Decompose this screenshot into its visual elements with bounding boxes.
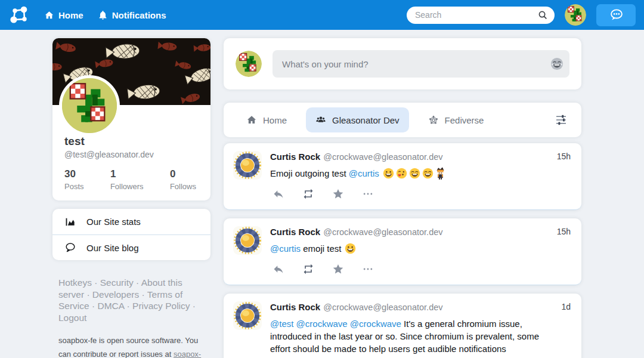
search-icon[interactable] [537, 10, 549, 21]
sidebar-footer: Hotkeys · Security · About this server ·… [52, 270, 210, 358]
nav-notifications-label: Notifications [112, 10, 166, 20]
star-icon [332, 263, 344, 275]
profile-handle: @test@gleasonator.dev [64, 150, 199, 159]
menu-item-label: Our Site blog [86, 243, 139, 253]
more-button[interactable] [362, 188, 374, 200]
post-author-handle: @crockwave@gleasonator.dev [323, 152, 442, 162]
top-navbar: Home Notifications [0, 0, 644, 30]
tab-fediverse[interactable]: Fediverse [419, 107, 494, 132]
favourite-button[interactable] [332, 188, 344, 200]
left-sidebar: test @test@gleasonator.dev 30 Posts 1 Fo… [52, 38, 210, 358]
stat-follows[interactable]: 0 Follows [170, 168, 196, 191]
fediverse-icon [428, 115, 439, 125]
post: Curtis Rock@crockwave@gleasonator.dev Em… [224, 143, 581, 210]
post: Curtis Rock@crockwave@gleasonator.dev @t… [224, 294, 581, 358]
feed: Curtis Rock@crockwave@gleasonator.dev Em… [224, 143, 581, 358]
post-timestamp[interactable]: 15h [557, 152, 571, 161]
current-user-avatar[interactable] [565, 4, 586, 26]
reply-button[interactable] [273, 188, 284, 200]
timeline-settings-button[interactable] [554, 113, 568, 127]
ellipsis-icon [362, 263, 374, 275]
about-text: soapbox-fe is open source software. You … [58, 334, 206, 358]
bell-icon [98, 10, 108, 20]
post-content: Emoji outgoing test @curtis [270, 167, 572, 180]
post-author-name[interactable]: Curtis Rock [270, 152, 320, 162]
repost-button[interactable] [302, 263, 314, 275]
menu-item-site-blog[interactable]: Our Site blog [52, 234, 210, 260]
nav-notifications[interactable]: Notifications [98, 10, 166, 20]
mention-link[interactable]: @crockwave [296, 319, 348, 329]
post-author-handle: @crockwave@gleasonator.dev [323, 303, 442, 312]
footer-link-logout[interactable]: Logout [58, 313, 86, 323]
home-icon [246, 115, 257, 125]
profile-card: test @test@gleasonator.dev 30 Posts 1 Fo… [52, 38, 210, 200]
nav-home[interactable]: Home [44, 10, 83, 20]
profile-avatar[interactable] [59, 75, 120, 136]
chat-icon [608, 8, 624, 23]
area-chart-icon [64, 216, 76, 228]
repost-icon [302, 188, 314, 200]
repost-button[interactable] [302, 188, 314, 200]
post-author-name[interactable]: Curtis Rock [270, 302, 320, 312]
search-box [407, 7, 555, 24]
footer-link-developers[interactable]: Developers [92, 289, 139, 300]
post-author-name[interactable]: Curtis Rock [270, 227, 320, 237]
post-author-avatar[interactable] [233, 151, 262, 180]
emoji [408, 168, 421, 178]
pixel-character-emoji [434, 168, 445, 178]
tab-gleasonator-dev[interactable]: Gleasonator Dev [306, 107, 409, 132]
post-author-avatar[interactable] [233, 301, 262, 330]
chat-button[interactable] [596, 4, 636, 26]
post-actions [270, 263, 572, 275]
emoji [344, 243, 357, 254]
soapbox-logo-icon[interactable] [8, 5, 30, 25]
reply-icon [273, 263, 284, 275]
favourite-button[interactable] [332, 263, 344, 275]
search-input[interactable] [407, 7, 555, 24]
mention-link[interactable]: @test [270, 319, 293, 329]
post-timestamp[interactable]: 1d [561, 302, 571, 311]
group-icon [315, 115, 326, 125]
site-menu: Our Site stats Our Site blog [52, 209, 210, 260]
tab-home[interactable]: Home [237, 107, 296, 132]
timeline-tabs: Home Gleasonator Dev Fed [224, 103, 581, 137]
mention-link[interactable]: @curtis [270, 243, 301, 254]
post-author-avatar[interactable] [233, 226, 262, 255]
home-icon [44, 10, 54, 20]
post-author-handle: @crockwave@gleasonator.dev [323, 227, 442, 237]
repost-icon [302, 263, 314, 275]
post-actions [270, 188, 572, 200]
ellipsis-icon [362, 188, 374, 200]
emoji-picker-button[interactable] [549, 57, 562, 70]
emoji [382, 168, 395, 178]
footer-link-hotkeys[interactable]: Hotkeys [58, 277, 92, 288]
reply-button[interactable] [273, 263, 284, 275]
mention-link[interactable]: @curtis [349, 168, 379, 178]
speech-bubble-icon [64, 242, 76, 254]
post-content: @curtis emoji test [270, 242, 572, 255]
sliders-icon [554, 113, 568, 127]
post-timestamp[interactable]: 15h [557, 227, 571, 236]
footer-link-dmca[interactable]: DMCA [97, 301, 124, 311]
post-content: @test @crockwave @crockwave It's a gener… [270, 317, 572, 355]
composer-input[interactable] [273, 50, 569, 78]
reply-icon [273, 188, 284, 200]
composer-avatar[interactable] [236, 51, 262, 77]
stat-posts[interactable]: 30 Posts [64, 168, 84, 191]
footer-links: Hotkeys · Security · About this server ·… [58, 277, 197, 323]
emoji [395, 168, 408, 178]
composer [224, 38, 581, 90]
menu-item-site-stats[interactable]: Our Site stats [52, 209, 210, 234]
profile-stats: 30 Posts 1 Followers 0 Follows [64, 168, 199, 191]
profile-display-name[interactable]: test [64, 135, 199, 148]
menu-item-label: Our Site stats [86, 217, 141, 227]
emoji [421, 168, 434, 178]
footer-link-privacy-policy[interactable]: Privacy Policy [132, 301, 190, 311]
footer-link-security[interactable]: Security [100, 277, 134, 288]
nav-home-label: Home [58, 10, 83, 20]
mention-link[interactable]: @crockwave [350, 319, 401, 329]
post: Curtis Rock@crockwave@gleasonator.dev @c… [224, 218, 581, 285]
more-button[interactable] [362, 263, 374, 275]
timeline-column: Home Gleasonator Dev Fed [224, 38, 581, 358]
stat-followers[interactable]: 1 Followers [110, 168, 144, 191]
